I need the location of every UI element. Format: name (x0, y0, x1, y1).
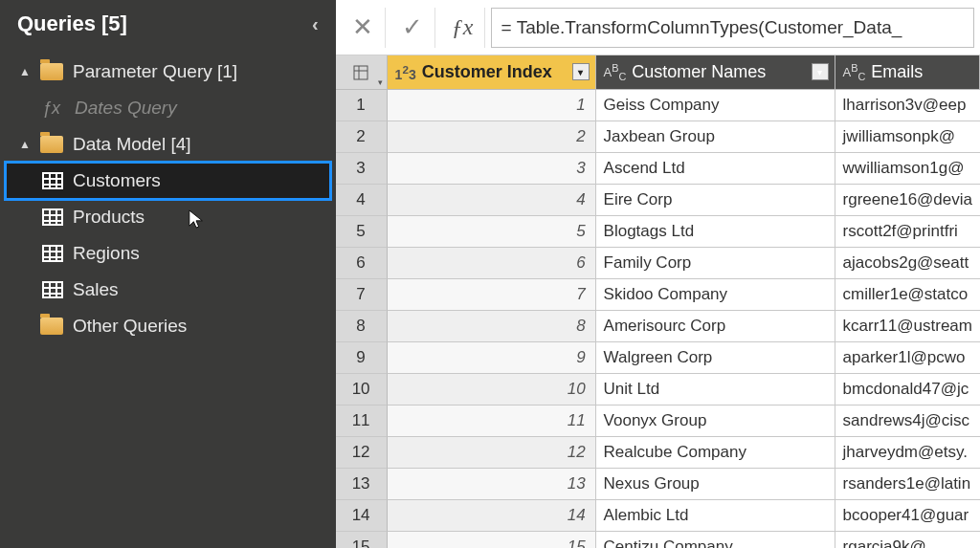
table-row[interactable]: 66Family Corpajacobs2g@seatt (336, 248, 980, 279)
query-customers[interactable]: Customers (6, 163, 330, 199)
row-number[interactable]: 11 (336, 406, 388, 437)
table-row[interactable]: 1212Realcube Companyjharveydm@etsy. (336, 437, 980, 469)
number-type-icon: 123 (395, 63, 416, 82)
cell-customer-name[interactable]: Centizu Company (596, 532, 835, 548)
cell-email[interactable]: rgarcia9k@ (835, 532, 980, 548)
caret-down-icon: ▲ (19, 138, 31, 151)
query-label: Sales (73, 279, 119, 300)
cell-customer-name[interactable]: Amerisourc Corp (596, 311, 835, 342)
table-row[interactable]: 33Ascend Ltdwwilliamson1g@ (336, 153, 980, 185)
chevron-down-icon: ▾ (378, 77, 383, 87)
formula-text: = Table.TransformColumnTypes(Customer_Da… (501, 17, 902, 38)
cell-email[interactable]: bmcdonald47@jc (835, 374, 980, 406)
cell-customer-index[interactable]: 7 (388, 279, 596, 311)
row-number[interactable]: 4 (336, 185, 388, 216)
cell-email[interactable]: cmiller1e@statco (835, 279, 980, 311)
query-sales[interactable]: Sales (6, 272, 330, 308)
cell-customer-name[interactable]: Unit Ltd (596, 374, 835, 406)
cell-customer-name[interactable]: Realcube Company (596, 437, 835, 469)
row-number[interactable]: 5 (336, 216, 388, 248)
row-number[interactable]: 12 (336, 437, 388, 469)
formula-input[interactable]: = Table.TransformColumnTypes(Customer_Da… (491, 8, 974, 48)
cell-customer-index[interactable]: 5 (388, 216, 596, 248)
cell-customer-name[interactable]: Blogtags Ltd (596, 216, 835, 248)
row-number[interactable]: 6 (336, 248, 388, 279)
cell-customer-name[interactable]: Walgreen Corp (596, 342, 835, 374)
fx-button[interactable]: ƒx (441, 8, 485, 48)
column-header-customer-index[interactable]: 123 Customer Index ▾ (388, 55, 596, 90)
row-number[interactable]: 14 (336, 500, 388, 532)
cell-customer-name[interactable]: Family Corp (596, 248, 835, 279)
table-row[interactable]: 99Walgreen Corpaparker1l@pcwo (336, 342, 980, 374)
cell-customer-name[interactable]: Voonyx Group (596, 406, 835, 437)
row-number[interactable]: 10 (336, 374, 388, 406)
cell-email[interactable]: jharveydm@etsy. (835, 437, 980, 469)
group-data-model[interactable]: ▲ Data Model [4] (6, 126, 330, 163)
cell-customer-name[interactable]: Eire Corp (596, 185, 835, 216)
table-row[interactable]: 1010Unit Ltdbmcdonald47@jc (336, 374, 980, 406)
query-regions[interactable]: Regions (6, 235, 330, 272)
cell-email[interactable]: rgreene16@devia (835, 185, 980, 216)
table-row[interactable]: 1313Nexus Grouprsanders1e@latin (336, 469, 980, 500)
cell-email[interactable]: lharrison3v@eep (835, 90, 980, 121)
cell-customer-index[interactable]: 9 (388, 342, 596, 374)
collapse-pane-button[interactable]: ‹ (312, 13, 319, 35)
cell-customer-index[interactable]: 8 (388, 311, 596, 342)
cell-customer-index[interactable]: 4 (388, 185, 596, 216)
cell-customer-index[interactable]: 3 (388, 153, 596, 185)
row-number[interactable]: 1 (336, 90, 388, 121)
cell-email[interactable]: wwilliamson1g@ (835, 153, 980, 185)
cell-email[interactable]: sandrews4j@cisc (835, 406, 980, 437)
cell-email[interactable]: bcooper41@guar (835, 500, 980, 532)
cell-customer-index[interactable]: 13 (388, 469, 596, 500)
table-row[interactable]: 1111Voonyx Groupsandrews4j@cisc (336, 406, 980, 437)
table-row[interactable]: 88Amerisourc Corpkcarr11@ustream (336, 311, 980, 342)
cell-email[interactable]: rscott2f@printfri (835, 216, 980, 248)
query-dates-query[interactable]: ƒx Dates Query (6, 90, 330, 126)
cell-customer-index[interactable]: 6 (388, 248, 596, 279)
group-parameter-query[interactable]: ▲ Parameter Query [1] (6, 54, 330, 90)
cell-customer-name[interactable]: Alembic Ltd (596, 500, 835, 532)
table-row[interactable]: 11Geiss Companylharrison3v@eep (336, 90, 980, 121)
group-other-queries[interactable]: Other Queries (6, 308, 330, 344)
row-number[interactable]: 7 (336, 279, 388, 311)
grid-body[interactable]: 11Geiss Companylharrison3v@eep22Jaxbean … (336, 90, 980, 548)
cell-customer-index[interactable]: 12 (388, 437, 596, 469)
query-products[interactable]: Products (6, 199, 330, 235)
cell-email[interactable]: rsanders1e@latin (835, 469, 980, 500)
cell-customer-index[interactable]: 14 (388, 500, 596, 532)
table-row[interactable]: 44Eire Corprgreene16@devia (336, 185, 980, 216)
table-row[interactable]: 1414Alembic Ltdbcooper41@guar (336, 500, 980, 532)
table-row[interactable]: 22Jaxbean Groupjwilliamsonpk@ (336, 121, 980, 153)
cell-email[interactable]: aparker1l@pcwo (835, 342, 980, 374)
select-all-corner[interactable]: ▾ (336, 55, 388, 90)
cell-customer-index[interactable]: 10 (388, 374, 596, 406)
row-number[interactable]: 2 (336, 121, 388, 153)
table-row[interactable]: 1515Centizu Companyrgarcia9k@ (336, 532, 980, 548)
column-header-customer-names[interactable]: ABC Customer Names ▾ (596, 55, 835, 90)
commit-formula-button[interactable]: ✓ (391, 8, 435, 48)
cell-customer-name[interactable]: Nexus Group (596, 469, 835, 500)
cell-customer-name[interactable]: Ascend Ltd (596, 153, 835, 185)
table-row[interactable]: 77Skidoo Companycmiller1e@statco (336, 279, 980, 311)
cell-customer-name[interactable]: Skidoo Company (596, 279, 835, 311)
column-filter-button[interactable]: ▾ (572, 63, 590, 80)
cell-email[interactable]: ajacobs2g@seatt (835, 248, 980, 279)
table-row[interactable]: 55Blogtags Ltdrscott2f@printfri (336, 216, 980, 248)
row-number[interactable]: 3 (336, 153, 388, 185)
row-number[interactable]: 13 (336, 469, 388, 500)
cell-customer-index[interactable]: 15 (388, 532, 596, 548)
cell-customer-name[interactable]: Geiss Company (596, 90, 835, 121)
cell-email[interactable]: jwilliamsonpk@ (835, 121, 980, 153)
cancel-formula-button[interactable]: ✕ (342, 8, 386, 48)
cell-email[interactable]: kcarr11@ustream (835, 311, 980, 342)
cell-customer-index[interactable]: 2 (388, 121, 596, 153)
cell-customer-index[interactable]: 11 (388, 406, 596, 437)
cell-customer-name[interactable]: Jaxbean Group (596, 121, 835, 153)
row-number[interactable]: 15 (336, 532, 388, 548)
cell-customer-index[interactable]: 1 (388, 90, 596, 121)
column-filter-button[interactable]: ▾ (812, 63, 829, 80)
row-number[interactable]: 8 (336, 311, 388, 342)
column-header-emails[interactable]: ABC Emails (835, 55, 980, 90)
row-number[interactable]: 9 (336, 342, 388, 374)
